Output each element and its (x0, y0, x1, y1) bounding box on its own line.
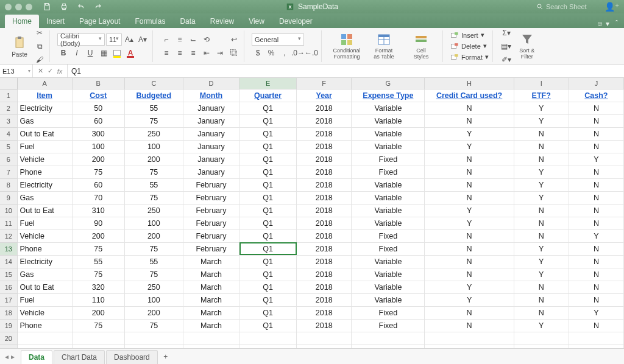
row-header[interactable]: 20 (0, 332, 17, 345)
cell[interactable]: N (514, 217, 569, 229)
cell[interactable]: N (514, 140, 569, 153)
cell[interactable] (239, 332, 297, 345)
comma-icon[interactable]: , (278, 47, 291, 59)
cell[interactable]: Electricity (17, 255, 72, 268)
conditional-formatting-button[interactable]: Conditional Formatting (329, 32, 364, 60)
cell[interactable]: N (569, 319, 623, 332)
cell[interactable]: N (569, 217, 623, 229)
cell[interactable]: N (514, 293, 569, 306)
cell[interactable]: Fuel (17, 217, 72, 229)
cell[interactable]: 2018 (297, 204, 352, 217)
increase-font-icon[interactable]: A▴ (123, 33, 135, 46)
cell[interactable] (17, 332, 72, 345)
cell[interactable]: Variable (352, 140, 425, 153)
cell[interactable]: 100 (72, 140, 124, 153)
cell[interactable]: Q1 (239, 204, 297, 217)
cell[interactable]: 75 (72, 166, 124, 178)
cell[interactable]: Y (514, 319, 569, 332)
cell[interactable]: January (183, 153, 239, 166)
cell[interactable]: Q1 (239, 281, 297, 293)
print-icon[interactable] (58, 1, 70, 13)
maximize-window-icon[interactable] (26, 4, 32, 10)
cell[interactable]: 55 (124, 178, 183, 191)
column-header-H[interactable]: H (425, 78, 514, 89)
cell[interactable]: 2018 (297, 306, 352, 319)
cell[interactable]: Y (514, 102, 569, 114)
cell[interactable]: 2018 (297, 127, 352, 140)
cell[interactable]: 2018 (297, 178, 352, 191)
cell[interactable]: N (569, 191, 623, 204)
bold-button[interactable]: B (57, 47, 69, 59)
increase-decimal-icon[interactable]: .0→ (292, 47, 304, 59)
align-middle-icon[interactable]: ≡ (174, 33, 186, 46)
cell[interactable]: 320 (72, 281, 124, 293)
cell[interactable]: Q1 (239, 140, 297, 153)
sort-filter-button[interactable]: Sort & Filter (514, 32, 540, 60)
cell[interactable]: Y (425, 281, 514, 293)
cell[interactable]: Credit Card used? (425, 89, 514, 102)
cell[interactable]: Variable (352, 217, 425, 229)
cell[interactable]: Vehicle (17, 229, 72, 242)
cell[interactable]: March (183, 268, 239, 281)
cell[interactable]: 75 (124, 191, 183, 204)
cell[interactable]: N (514, 127, 569, 140)
cell[interactable]: 70 (72, 191, 124, 204)
minimize-window-icon[interactable] (15, 4, 22, 10)
cell[interactable]: 200 (72, 229, 124, 242)
cell[interactable]: 110 (72, 293, 124, 306)
cell[interactable]: 75 (72, 268, 124, 281)
row-header[interactable]: 12 (0, 229, 17, 242)
column-header-I[interactable]: I (514, 78, 569, 89)
cell[interactable]: Vehicle (17, 306, 72, 319)
cell[interactable]: N (569, 255, 623, 268)
cell[interactable]: Gas (17, 191, 72, 204)
redo-icon[interactable] (92, 1, 104, 13)
cell[interactable]: Y (569, 229, 623, 242)
format-as-table-button[interactable]: Format as Table (366, 32, 402, 60)
cell[interactable]: Q1 (239, 229, 297, 242)
cell[interactable]: Variable (352, 178, 425, 191)
cell[interactable]: 200 (124, 153, 183, 166)
cell[interactable]: Fixed (352, 242, 425, 255)
cell[interactable]: March (183, 293, 239, 306)
paste-button[interactable]: Paste (7, 35, 32, 58)
cell[interactable]: Q1 (239, 178, 297, 191)
smiley-feedback-icon[interactable]: ☺ ▾ (596, 19, 609, 28)
column-header-G[interactable]: G (352, 78, 425, 89)
cell[interactable]: Y (514, 166, 569, 178)
cell[interactable]: Fixed (352, 153, 425, 166)
cell[interactable]: Q1 (239, 306, 297, 319)
cell[interactable]: Fuel (17, 293, 72, 306)
cell[interactable]: N (425, 114, 514, 127)
cell[interactable]: Electricity (17, 102, 72, 114)
share-icon[interactable]: 👤⁺ (604, 2, 619, 12)
cell[interactable]: N (569, 178, 623, 191)
cell[interactable]: Y (514, 178, 569, 191)
cell[interactable] (425, 332, 514, 345)
clear-icon[interactable]: ✐▾ (500, 54, 512, 66)
ribbon-tab-view[interactable]: View (241, 15, 272, 28)
cell[interactable]: Y (514, 255, 569, 268)
cell[interactable]: N (514, 229, 569, 242)
cell[interactable]: N (569, 102, 623, 114)
cell[interactable]: 2018 (297, 255, 352, 268)
row-header[interactable]: 18 (0, 306, 17, 319)
column-header-A[interactable]: A (17, 78, 72, 89)
cell[interactable]: Y (514, 242, 569, 255)
row-header[interactable]: 3 (0, 114, 17, 127)
cell[interactable]: Quarter (239, 89, 297, 102)
row-header[interactable]: 19 (0, 319, 17, 332)
cell[interactable]: 100 (124, 217, 183, 229)
cell[interactable]: 75 (124, 166, 183, 178)
cell[interactable] (72, 332, 124, 345)
sheet-tab-dashboard[interactable]: Dashboard (106, 350, 158, 364)
cell[interactable]: 75 (72, 242, 124, 255)
cell[interactable]: Out to Eat (17, 127, 72, 140)
cell[interactable]: Q1 (239, 166, 297, 178)
row-header[interactable]: 9 (0, 191, 17, 204)
cell[interactable]: 2018 (297, 229, 352, 242)
cell[interactable]: ETF? (514, 89, 569, 102)
column-header-E[interactable]: E (239, 78, 297, 89)
cell[interactable]: N (425, 319, 514, 332)
cell[interactable]: 75 (72, 319, 124, 332)
